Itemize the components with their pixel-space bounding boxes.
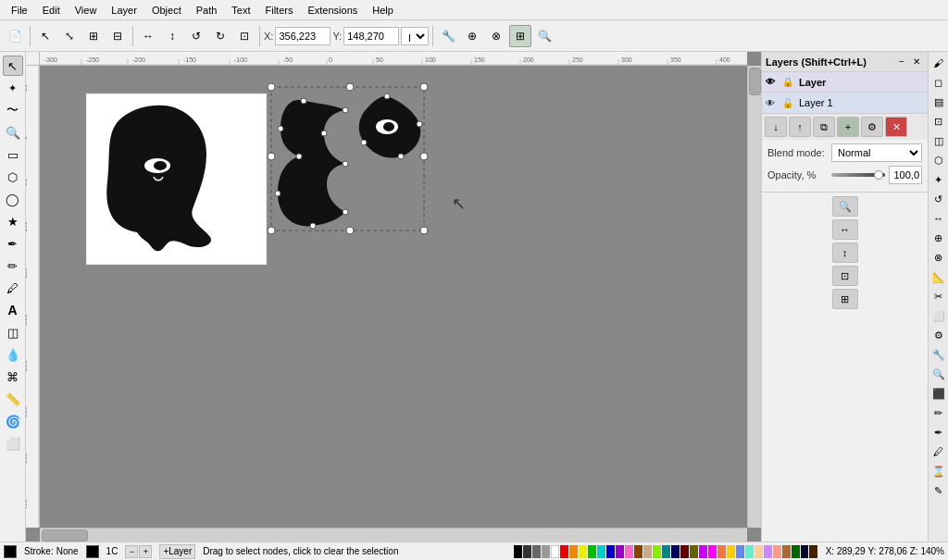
select-by-touch-btn[interactable]: ⤡ [58,25,81,47]
side-icon-16[interactable]: 🔧 [929,345,948,364]
side-icon-10[interactable]: ⊕ [929,229,948,247]
palette-black[interactable] [514,545,522,558]
canvas-content[interactable]: ↖ [40,66,761,541]
tool-star[interactable]: ★ [3,211,23,231]
menu-view[interactable]: View [68,3,105,18]
svg-drawing[interactable]: ↖ [40,66,761,541]
palette-blue[interactable] [606,545,615,558]
tool-rect[interactable]: ▭ [3,144,23,165]
tool-circle[interactable]: ◯ [3,189,23,209]
panel-tool-2[interactable]: ↔ [832,219,858,240]
scrollbar-thumb[interactable] [749,68,761,95]
x-input[interactable] [275,27,331,45]
side-icon-8[interactable]: ↺ [929,190,948,208]
palette-purple[interactable] [616,545,624,558]
scrollbar-right[interactable] [747,66,761,528]
rotate-ccw-btn[interactable]: ↺ [185,25,207,47]
y-input[interactable] [343,27,399,45]
side-icon-19[interactable]: ✏ [929,404,948,422]
side-icon-14[interactable]: ⬜ [929,306,948,325]
layer-move-up-btn[interactable]: ↑ [789,117,811,137]
palette-peach[interactable] [755,545,763,558]
palette-brown[interactable] [634,545,642,558]
side-icon-17[interactable]: 🔍 [929,365,948,383]
grid-btn[interactable]: ⊞ [509,25,531,47]
layer-1-eye[interactable]: 👁 [766,98,779,108]
node-plus-btn[interactable]: + [139,545,152,558]
snap-btn3[interactable]: ⊗ [485,25,507,47]
palette-coral[interactable] [717,545,726,558]
flip-h-btn[interactable]: ↔ [137,25,159,47]
side-icon-7[interactable]: ✦ [929,170,948,189]
tool-pencil[interactable]: ✏ [3,255,23,276]
palette-sienna[interactable] [782,545,791,558]
palette-white[interactable] [551,545,559,558]
tool-connector[interactable]: ⌘ [3,367,23,387]
menu-edit[interactable]: Edit [35,3,68,18]
group-btn[interactable]: ⊡ [233,25,256,47]
side-icon-15[interactable]: ⚙ [929,326,948,344]
rotate-cw-btn[interactable]: ↻ [209,25,231,47]
layer-indicator[interactable]: + Layer [159,544,195,559]
new-button[interactable]: 📄 [4,25,26,47]
palette-skyblue[interactable] [736,545,744,558]
side-icon-12[interactable]: 📐 [929,268,948,286]
scrollbar-bottom[interactable] [40,528,747,541]
blend-mode-select[interactable]: Normal Multiply Screen Overlay [831,143,922,162]
side-icon-23[interactable]: ✎ [929,481,948,500]
layer-duplicate-btn[interactable]: ⧉ [813,117,835,137]
palette-teal[interactable] [662,545,670,558]
side-icon-6[interactable]: ⬡ [929,151,948,169]
palette-magenta[interactable] [708,545,717,558]
flip-v-btn[interactable]: ↕ [161,25,183,47]
palette-tan[interactable] [643,545,652,558]
palette-lavender[interactable] [764,545,772,558]
black-swatch[interactable] [86,545,99,558]
menu-text[interactable]: Text [224,3,257,18]
palette-darkbrown[interactable] [809,545,817,558]
opacity-input[interactable] [889,166,922,184]
palette-maroon[interactable] [680,545,689,558]
palette-yellow[interactable] [579,545,587,558]
palette-green[interactable] [588,545,596,558]
palette-darkgray[interactable] [523,545,531,558]
tool-text[interactable]: A [3,300,23,320]
tool-zoom[interactable]: 🔍 [3,122,23,143]
fill-color-swatch[interactable] [4,545,17,558]
layer-row-1[interactable]: 👁 🔓 Layer 1 [762,93,928,113]
opacity-slider-thumb[interactable] [874,170,883,180]
zoom-btn[interactable]: 🔍 [533,25,555,47]
palette-olive[interactable] [690,545,698,558]
layer-settings-btn[interactable]: ⚙ [861,117,883,137]
palette-violet[interactable] [699,545,707,558]
palette-salmon[interactable] [773,545,781,558]
panel-tool-4[interactable]: ⊡ [832,266,858,286]
side-icon-20[interactable]: ✒ [929,423,948,442]
palette-lightgray[interactable] [542,545,550,558]
menu-object[interactable]: Object [144,3,189,18]
panel-tool-3[interactable]: ↕ [832,243,858,263]
scrollbar-h-thumb[interactable] [42,529,88,541]
snap-btn2[interactable]: ⊕ [461,25,483,47]
panel-tool-1[interactable]: 🔍 [832,196,858,217]
tool-pen[interactable]: ✒ [3,233,23,254]
menu-extensions[interactable]: Extensions [300,3,365,18]
tool-gradient[interactable]: ◫ [3,322,23,342]
side-icon-18[interactable]: ⬛ [929,384,948,403]
panel-tool-5[interactable]: ⊞ [832,289,858,309]
side-icon-9[interactable]: ↔ [929,209,948,228]
transform-btn1[interactable]: ⊞ [82,25,105,47]
side-icon-22[interactable]: ⌛ [929,462,948,480]
side-icon-1[interactable]: 🖌 [929,54,948,72]
palette-lime[interactable] [653,545,661,558]
menu-help[interactable]: Help [365,3,401,18]
menu-filters[interactable]: Filters [258,3,301,18]
snap-btn1[interactable]: 🔧 [437,25,459,47]
layers-minimize-btn[interactable]: − [894,55,909,69]
palette-gray[interactable] [532,545,541,558]
side-icon-2[interactable]: ◻ [929,73,948,92]
monster-figure[interactable] [268,83,428,234]
side-icon-4[interactable]: ⊡ [929,112,948,131]
side-icon-11[interactable]: ⊗ [929,248,948,267]
tool-measure[interactable]: 📏 [3,389,23,409]
